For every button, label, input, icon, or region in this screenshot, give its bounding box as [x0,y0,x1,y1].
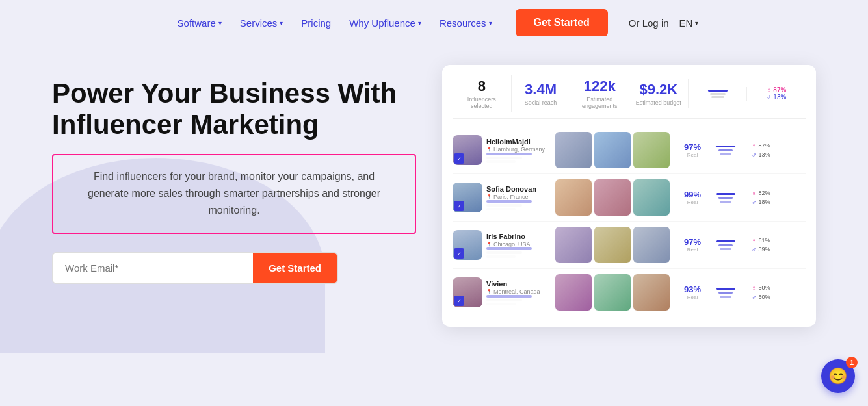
stat-item: 122kEstimated engagements [570,75,629,112]
influencer-bars [713,288,739,298]
influencer-score: 99% Real [676,190,709,205]
influencer-bars [713,146,739,155]
chevron-down-icon: ▾ [218,19,222,27]
nav-item-pricing[interactable]: Pricing [293,12,339,34]
stat-number: 122k [575,78,624,95]
stat-number: 8 [458,78,506,95]
influencer-photos [555,274,672,311]
stat-item: 3.4MSocial reach [512,79,571,108]
hero-email-input[interactable] [53,253,253,283]
influencer-row: ✓ Sofia Donovan Paris, France 99% Real ♀… [453,174,806,222]
influencer-photo [633,274,670,311]
influencer-photo [633,179,670,216]
influencer-gender: ♀ 82% ♂ 18% [752,190,787,206]
influencer-photo [633,132,670,168]
influencer-location: Paris, France [486,194,551,200]
influencer-name: Vivien [486,280,551,288]
nav-item-services[interactable]: Services ▾ [232,12,291,34]
influencer-score: 97% Real [676,237,709,253]
nav-lang-label: EN [679,18,693,29]
influencer-avatar: ✓ [453,183,482,212]
influencer-score: 97% Real [676,142,709,158]
influencer-location: Hamburg, Germany [486,146,551,153]
influencer-photo [594,227,631,263]
chevron-down-icon: ▾ [418,19,421,27]
influencer-bars [713,193,739,203]
hero-email-form: Get Started [52,252,338,284]
stat-item: 8Influencers selected [453,75,512,112]
influencer-stats-mini [486,153,551,163]
influencer-row: ✓ Vivien Montreal, Canada 93% Real ♀ 50% [453,269,806,316]
influencer-gender: ♀ 87% ♂ 13% [752,142,787,159]
chat-widget[interactable]: 1 [821,359,855,393]
influencer-photo [594,274,631,311]
chevron-down-icon: ▾ [489,19,492,27]
influencer-avatar: ✓ [453,135,482,165]
stat-number: 3.4M [517,81,565,98]
stat-extra [689,87,748,101]
hero-section: Power Your Business With Influencer Mark… [0,45,868,327]
hero-description: Find influencers for your brand, monitor… [73,168,395,220]
influencer-info: HelloImMajdi Hamburg, Germany [486,138,551,163]
influencer-name: HelloImMajdi [486,138,551,146]
influencer-bars [713,240,739,250]
stat-label: Estimated budget [635,99,683,106]
influencer-photo [594,179,631,216]
hero-description-box: Find influencers for your brand, monitor… [52,154,416,234]
chat-badge: 1 [846,357,858,368]
nav-item-software[interactable]: Software ▾ [170,12,230,34]
influencer-avatar: ✓ [453,230,482,260]
influencer-info: Vivien Montreal, Canada [486,280,551,305]
hero-content: Power Your Business With Influencer Mark… [52,58,416,284]
influencer-photo [633,227,670,263]
influencer-photo [555,132,592,168]
dashboard-preview: 8Influencers selected3.4MSocial reach122… [442,65,816,327]
influencer-location: Montreal, Canada [486,288,551,295]
stat-label: Social reach [517,99,565,106]
influencer-list: ✓ HelloImMajdi Hamburg, Germany 97% Real… [453,127,806,316]
chevron-down-icon: ▾ [280,19,283,27]
influencer-gender: ♀ 61% ♂ 39% [752,237,787,253]
nav-item-resources[interactable]: Resources ▾ [432,12,500,34]
stat-label: Estimated engagements [575,96,624,109]
nav-language-selector[interactable]: EN ▾ [679,18,699,29]
influencer-name: Iris Fabrino [486,233,551,240]
influencer-stats-mini [486,200,551,210]
nav-cta-button[interactable]: Get Started [516,9,608,36]
influencer-score: 93% Real [676,285,709,300]
hero-form-cta-button[interactable]: Get Started [253,253,337,283]
influencer-info: Sofia Donovan Paris, France [486,185,551,210]
influencer-stats-mini [486,247,551,258]
chevron-down-icon: ▾ [695,19,698,27]
hero-title: Power Your Business With Influencer Mark… [52,78,416,141]
influencer-location: Chicago, USA [486,241,551,247]
influencer-photo [555,227,592,263]
navbar: Software ▾Services ▾PricingWhy Upfluence… [0,0,868,45]
influencer-avatar: ✓ [453,277,482,307]
influencer-name: Sofia Donovan [486,185,551,193]
influencer-row: ✓ HelloImMajdi Hamburg, Germany 97% Real… [453,127,806,174]
influencer-photo [555,179,592,216]
nav-login-link[interactable]: Or Log in [629,18,669,29]
influencer-photo [594,132,631,168]
influencer-row: ✓ Iris Fabrino Chicago, USA 97% Real ♀ 6… [453,222,806,269]
influencer-stats-mini [486,295,551,305]
influencer-photo [555,274,592,311]
stat-label: Influencers selected [458,96,506,109]
stat-number: $9.2K [635,81,683,98]
influencer-photos [555,179,672,216]
stat-gender-header: ♀ 87% ♂ 13% [747,84,806,103]
stats-row: 8Influencers selected3.4MSocial reach122… [453,75,806,119]
nav-item-why-upfluence[interactable]: Why Upfluence ▾ [341,12,429,34]
influencer-photos [555,227,672,263]
influencer-info: Iris Fabrino Chicago, USA [486,233,551,258]
stat-item: $9.2KEstimated budget [629,79,689,108]
influencer-photos [555,132,672,168]
nav-links: Software ▾Services ▾PricingWhy Upfluence… [170,12,500,34]
influencer-gender: ♀ 50% ♂ 50% [752,285,787,301]
